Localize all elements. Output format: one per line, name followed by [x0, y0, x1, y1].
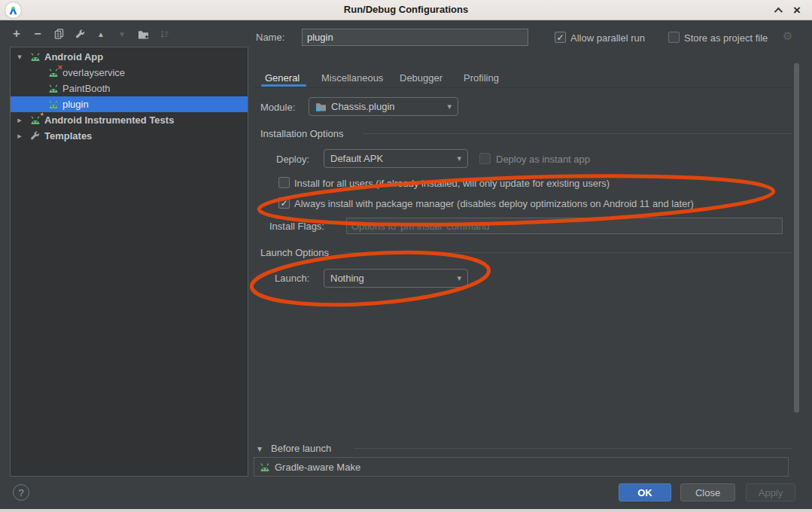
section-divider: [345, 252, 792, 253]
installation-options-title: Installation Options: [260, 128, 344, 139]
remove-icon[interactable]: [32, 28, 44, 40]
tree-item-plugin-selected[interactable]: plugin: [11, 96, 248, 112]
move-up-icon[interactable]: [95, 28, 107, 40]
dropdown-arrow-icon: [457, 273, 461, 283]
chevron-right-icon[interactable]: [15, 115, 24, 125]
allow-parallel-run-checkbox[interactable]: [555, 32, 566, 43]
tab-separator: [254, 87, 792, 88]
dialog-title: Run/Debug Configurations: [0, 0, 812, 20]
module-dropdown[interactable]: Chassis.plugin: [309, 97, 458, 116]
chevron-down-icon[interactable]: [15, 52, 24, 62]
launch-label: Launch:: [275, 273, 309, 284]
module-value: Chassis.plugin: [331, 101, 395, 112]
before-launch-title: Before launch: [271, 443, 331, 454]
store-as-project-file-checkbox[interactable]: [668, 32, 680, 43]
before-launch-task-label: Gradle-aware Make: [275, 462, 360, 473]
deploy-value: Default APK: [330, 153, 383, 164]
tree-item-android-app[interactable]: Android App: [11, 49, 248, 65]
dropdown-arrow-icon: [447, 102, 452, 111]
launch-dropdown[interactable]: Nothing: [324, 269, 468, 288]
android-icon: [260, 462, 271, 472]
move-down-icon[interactable]: [116, 28, 128, 40]
tab-debugger[interactable]: Debugger: [400, 72, 442, 84]
run-debug-configurations-dialog: Run/Debug Configurations ×: [0, 0, 812, 512]
always-install-with-package-manager-label[interactable]: Always install with package manager (dis…: [294, 198, 694, 209]
android-icon: [30, 52, 41, 62]
configurations-tree: Android App overlayservice PaintBooth pl…: [10, 47, 248, 477]
wrench-icon: [30, 131, 41, 141]
collapse-window-icon[interactable]: [768, 0, 786, 20]
copy-icon[interactable]: [53, 28, 65, 40]
tree-item-overlayservice[interactable]: overlayservice: [11, 65, 248, 81]
android-icon: [48, 84, 59, 93]
tree-item-label: Android App: [44, 51, 103, 62]
apply-button[interactable]: Apply: [746, 483, 795, 501]
tree-item-label: Android Instrumented Tests: [44, 114, 174, 126]
close-button[interactable]: Close: [680, 483, 735, 501]
tree-item-label: plugin: [62, 99, 89, 110]
before-launch-task-gradle-aware-make[interactable]: Gradle-aware Make: [254, 458, 788, 476]
deploy-dropdown[interactable]: Default APK: [324, 149, 468, 168]
add-icon[interactable]: [11, 28, 23, 40]
module-label: Module:: [260, 102, 295, 113]
tree-item-label: overlayservice: [62, 67, 125, 78]
store-as-project-file-label[interactable]: Store as project file: [684, 32, 768, 44]
new-folder-icon[interactable]: [137, 28, 149, 40]
settings-gear-icon[interactable]: ⚙: [783, 29, 792, 43]
launch-options-title: Launch Options: [260, 247, 329, 258]
tree-item-templates[interactable]: Templates: [11, 128, 248, 144]
android-error-icon: [48, 68, 59, 78]
install-for-all-users-checkbox[interactable]: [278, 177, 290, 188]
ok-button[interactable]: OK: [619, 483, 671, 501]
configurations-toolbar: [11, 26, 170, 42]
android-test-icon: [30, 115, 41, 125]
install-flags-input[interactable]: [346, 218, 783, 234]
dropdown-arrow-icon: [457, 154, 461, 163]
before-launch-list: Gradle-aware Make: [254, 457, 789, 477]
section-divider: [354, 448, 792, 449]
tab-profiling[interactable]: Profiling: [464, 72, 499, 84]
name-input[interactable]: [302, 29, 528, 46]
window-bottom-edge: [0, 509, 812, 512]
sort-alphabetically-icon[interactable]: [158, 28, 170, 40]
allow-parallel-run-label[interactable]: Allow parallel run: [570, 32, 645, 44]
close-window-icon[interactable]: ×: [788, 0, 806, 20]
module-folder-icon: [315, 102, 327, 111]
android-icon: [48, 99, 59, 109]
install-flags-label: Install Flags:: [269, 221, 324, 232]
tab-miscellaneous[interactable]: Miscellaneous: [321, 72, 383, 84]
always-install-with-package-manager-checkbox[interactable]: [278, 197, 290, 209]
tree-item-label: PaintBooth: [62, 83, 111, 94]
name-label: Name:: [256, 32, 284, 43]
help-button[interactable]: ?: [13, 484, 29, 501]
deploy-as-instant-app-label: Deploy as instant app: [496, 154, 590, 165]
tree-item-android-instrumented-tests[interactable]: Android Instrumented Tests: [11, 112, 248, 128]
vertical-scrollbar[interactable]: [794, 63, 799, 413]
edit-wrench-icon[interactable]: [74, 28, 86, 40]
tab-general[interactable]: General: [265, 72, 300, 84]
section-divider: [363, 133, 792, 134]
collapse-section-icon[interactable]: [257, 443, 262, 454]
deploy-as-instant-app-checkbox[interactable]: [479, 153, 491, 164]
install-for-all-users-label[interactable]: Install for all users (if already instal…: [294, 178, 610, 189]
deploy-label: Deploy:: [276, 154, 309, 165]
titlebar: Run/Debug Configurations ×: [0, 0, 812, 20]
chevron-right-icon[interactable]: [15, 131, 24, 141]
tree-item-paintbooth[interactable]: PaintBooth: [11, 81, 248, 96]
tree-item-label: Templates: [44, 130, 92, 142]
selected-tab-underline: [261, 84, 306, 87]
launch-value: Nothing: [330, 273, 364, 284]
